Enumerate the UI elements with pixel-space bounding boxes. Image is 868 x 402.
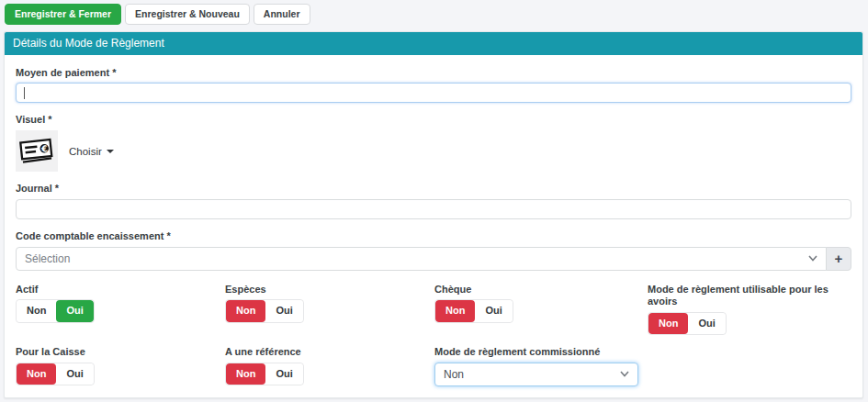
chevron-down-icon (620, 371, 629, 377)
journal-label: Journal * (16, 183, 851, 195)
toggle-field-reference: A une référence Non Oui (225, 346, 434, 386)
toggle-caisse-non[interactable]: Non (17, 363, 56, 385)
toggle-label-cheque: Chèque (434, 284, 648, 296)
toggle-cheque-oui[interactable]: Oui (475, 300, 512, 321)
toggle-avoirs: Non Oui (648, 312, 727, 335)
chevron-down-icon (107, 150, 114, 153)
toggle-label-especes: Espèces (225, 284, 434, 296)
svg-text:€: € (39, 143, 48, 154)
toggle-field-especes: Espèces Non Oui (225, 284, 434, 336)
toggle-reference: Non Oui (225, 363, 304, 385)
toggle-label-caisse: Pour la Caisse (16, 346, 225, 359)
payment-method-page: Enregistrer & Fermer Enregistrer & Nouve… (0, 0, 868, 402)
toggle-especes-oui[interactable]: Oui (265, 300, 302, 321)
toggle-especes: Non Oui (225, 299, 304, 322)
text-cursor (24, 87, 25, 99)
choose-visual-button[interactable]: Choisir (69, 146, 114, 157)
save-close-button[interactable]: Enregistrer & Fermer (5, 4, 121, 25)
chevron-down-icon (808, 255, 817, 262)
add-accounting-code-button[interactable]: + (826, 247, 851, 271)
payment-method-field: Moyen de paiement * (16, 67, 851, 104)
payment-method-input[interactable] (16, 83, 851, 103)
visual-label: Visuel * (16, 114, 851, 127)
choose-visual-label: Choisir (69, 146, 102, 157)
toggle-field-avoirs: Mode de règlement utilisable pour les av… (648, 284, 851, 336)
toggle-actif-non[interactable]: Non (17, 300, 56, 321)
toggle-label-avoirs: Mode de règlement utilisable pour les av… (648, 284, 851, 309)
save-new-button[interactable]: Enregistrer & Nouveau (125, 4, 250, 25)
toggle-label-actif: Actif (16, 284, 225, 296)
banknote-euro-icon: € (17, 135, 55, 168)
cancel-button[interactable]: Annuler (254, 4, 310, 25)
payment-method-label: Moyen de paiement * (16, 67, 851, 80)
journal-field: Journal * (16, 183, 851, 219)
payment-method-details-panel: Détails du Mode de Règlement Moyen de pa… (4, 31, 863, 398)
toggle-cheque-non[interactable]: Non (435, 300, 475, 321)
journal-input[interactable] (16, 199, 851, 219)
toggle-caisse: Non Oui (16, 363, 95, 385)
accounting-code-placeholder: Sélection (25, 252, 70, 265)
toggle-reference-non[interactable]: Non (226, 363, 265, 385)
commissioned-select[interactable]: Non (434, 363, 638, 386)
toggle-reference-oui[interactable]: Oui (265, 363, 302, 385)
toolbar-top: Enregistrer & Fermer Enregistrer & Nouve… (0, 0, 868, 25)
panel-body: Moyen de paiement * Visuel * (5, 55, 862, 397)
accounting-code-select[interactable]: Sélection (16, 247, 827, 271)
accounting-code-field: Code comptable encaissement * Sélection … (16, 230, 851, 271)
commissioned-label: Mode de règlement commissionné (434, 346, 648, 359)
toggle-cheque: Non Oui (434, 299, 513, 322)
toggle-avoirs-oui[interactable]: Oui (688, 313, 725, 334)
accounting-code-label: Code comptable encaissement * (16, 230, 851, 243)
toggle-field-cheque: Chèque Non Oui (434, 284, 648, 336)
toggle-especes-non[interactable]: Non (226, 300, 265, 321)
visual-field: Visuel * € Choisir (16, 114, 851, 172)
toggle-avoirs-non[interactable]: Non (648, 313, 688, 334)
toggle-field-actif: Actif Non Oui (16, 284, 225, 336)
commissioned-field: Mode de règlement commissionné Non (434, 346, 648, 386)
toggle-field-caisse: Pour la Caisse Non Oui (16, 346, 225, 386)
toolbar-bottom: Enregistrer & Fermer Enregistrer & Nouve… (0, 398, 868, 402)
toggle-actif-oui[interactable]: Oui (56, 300, 93, 321)
grid-spacer (648, 346, 851, 386)
commissioned-value: Non (444, 368, 464, 381)
toggle-actif: Non Oui (16, 299, 95, 322)
toggle-label-reference: A une référence (225, 346, 434, 359)
panel-title: Détails du Mode de Règlement (5, 32, 862, 55)
visual-thumbnail[interactable]: € (16, 130, 58, 172)
toggle-caisse-oui[interactable]: Oui (56, 363, 93, 385)
toggles-grid: Actif Non Oui Espèces Non Oui Chèque (16, 284, 851, 386)
